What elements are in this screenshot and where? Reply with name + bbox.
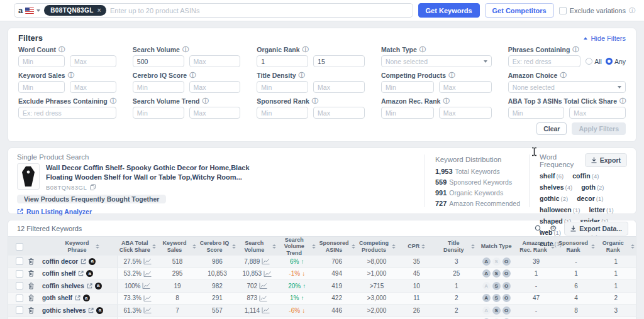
clear-filters-button[interactable]: Clear [536,122,567,135]
column-header-search-volume[interactable]: Search Volume [237,240,277,253]
sort-icon[interactable] [631,244,635,249]
column-header-sponsored-rank[interactable]: Sponsored Rank [556,240,596,253]
column-header-keyword-sales[interactable]: Keyword Sales [157,240,197,253]
column-header-cpr[interactable]: CPR [397,243,436,249]
hide-filters-link[interactable]: Hide Filters [584,35,626,42]
marketplace-selector[interactable]: a [18,6,40,14]
keyword-phrase[interactable]: coffin decor [42,258,78,265]
external-link-icon[interactable] [75,295,80,301]
column-header-match-type[interactable]: Match Type [476,243,516,249]
info-icon[interactable]: ⓘ [419,46,426,53]
filter-competing-products-input-max[interactable] [439,81,492,93]
gear-icon[interactable]: ⚙ [550,224,557,232]
asin-input[interactable]: Enter up to 20 product ASINs [110,7,199,14]
filter-title-density-input-max[interactable] [313,81,365,93]
select-all-checkbox[interactable] [16,243,23,251]
radio-any[interactable]: Any [606,58,626,65]
row-checkbox[interactable] [16,257,23,265]
apply-filters-button[interactable]: Apply Filters [572,122,626,135]
amazon-badge-icon[interactable]: a [95,283,102,289]
column-header-amazon-rec-rank[interactable]: Amazon Rec. Rank [516,240,556,253]
amazon-badge-icon[interactable]: a [96,307,103,314]
sparkline-icon[interactable] [142,283,150,289]
filter-title-density-input-min[interactable] [257,81,308,93]
keyword-phrase[interactable]: goth shelf [42,295,72,301]
external-link-icon[interactable] [87,283,92,289]
word-frequency-item[interactable]: decor(1) [577,195,603,202]
row-checkbox[interactable] [16,270,23,278]
copy-icon[interactable] [90,184,96,190]
column-header-competing-products[interactable]: Competing Products [357,240,396,253]
filter-competing-products-input-min[interactable] [381,81,434,93]
column-header-search-volume-trend[interactable]: Search Volume Trend [277,237,317,256]
keyword-phrase[interactable]: gothic shelves [42,307,86,314]
amazon-badge-icon[interactable]: a [83,295,90,301]
remove-asin-icon[interactable]: × [97,7,101,14]
filter-organic-rank-input-max[interactable] [313,55,365,67]
trash-icon[interactable] [28,258,34,265]
column-header-aba-total-click-share[interactable]: ABA Total Click Share [118,240,157,253]
word-frequency-item[interactable]: shelf(6) [540,172,564,180]
column-header-title-density[interactable]: Title Density [436,240,476,253]
get-competitors-button[interactable]: Get Competitors [485,3,554,18]
filter-word-count-input-max[interactable] [70,55,116,67]
filter-search-volume-trend-input-max[interactable] [189,107,241,119]
info-icon[interactable]: ⓘ [189,72,196,78]
sparkline-icon[interactable] [264,271,272,277]
sort-icon[interactable] [192,244,196,249]
filter-sponsored-rank-input-min[interactable] [257,107,308,119]
info-icon[interactable]: ⓘ [443,98,449,104]
row-checkbox[interactable] [16,306,23,314]
radio-all[interactable]: All [586,58,602,65]
trash-icon[interactable] [28,295,34,301]
sparkline-icon[interactable] [259,283,267,289]
sparkline-icon[interactable] [143,258,152,264]
trash-icon[interactable] [28,283,34,289]
sort-icon[interactable] [551,244,555,249]
filter-organic-rank-input-min[interactable] [257,55,308,67]
info-icon[interactable]: ⓘ [303,46,309,53]
sort-icon[interactable] [421,244,425,249]
external-link-icon[interactable] [78,271,84,276]
filter-exclude-phrases-containing-input[interactable] [18,107,116,119]
trash-icon[interactable] [28,270,34,277]
filter-keyword-sales-input-min[interactable] [18,81,65,93]
info-icon[interactable]: ⓘ [312,98,318,104]
filter-phrases-containing-input[interactable] [508,55,581,67]
sparkline-icon[interactable] [262,258,270,264]
export-button[interactable]: Export [585,153,627,167]
exclude-variations-checkbox[interactable] [559,7,567,14]
sparkline-icon[interactable] [262,307,270,313]
sparkline-icon[interactable] [259,295,267,301]
sparkline-icon[interactable] [143,307,152,313]
word-frequency-item[interactable]: letter(1) [589,206,613,214]
sort-icon[interactable] [272,244,276,249]
column-header-keyword-phrase[interactable]: Keyword Phrase [42,240,118,253]
info-icon[interactable]: ⓘ [110,98,116,104]
info-icon[interactable]: ⓘ [619,98,626,104]
info-icon[interactable]: ⓘ [629,8,635,14]
export-data-button[interactable]: Export Data... [564,222,628,235]
filter-match-type-select[interactable]: None selected [381,55,492,67]
filter-amazon-rec-rank-input-min[interactable] [381,107,434,119]
sparkline-icon[interactable] [143,295,152,301]
info-icon[interactable]: ⓘ [572,46,579,53]
asin-tag[interactable]: B08TQN83GL × [44,5,106,16]
keyword-phrase[interactable]: coffin shelf [42,270,75,277]
external-link-icon[interactable] [80,259,86,264]
keyword-phrase[interactable]: coffin shelves [42,283,84,289]
external-link-icon[interactable] [88,308,94,313]
filter-amazon-choice-select[interactable]: None selected [508,81,626,93]
sort-icon[interactable] [152,244,156,249]
column-header-cerebro-iq-score[interactable]: Cerebro IQ Score [197,240,237,253]
sort-icon[interactable] [312,244,316,249]
info-icon[interactable]: ⓘ [202,98,208,104]
filter-search-volume-input-min[interactable] [133,55,184,67]
search-icon[interactable] [535,225,542,232]
info-icon[interactable]: ⓘ [560,72,566,78]
row-checkbox[interactable] [16,295,23,302]
sort-icon[interactable] [232,244,236,249]
filter-aba-top-3-asins-total-click-share-input-min[interactable] [508,107,565,119]
info-icon[interactable]: ⓘ [182,46,189,53]
filter-aba-top-3-asins-total-click-share-input-max[interactable] [569,107,626,119]
